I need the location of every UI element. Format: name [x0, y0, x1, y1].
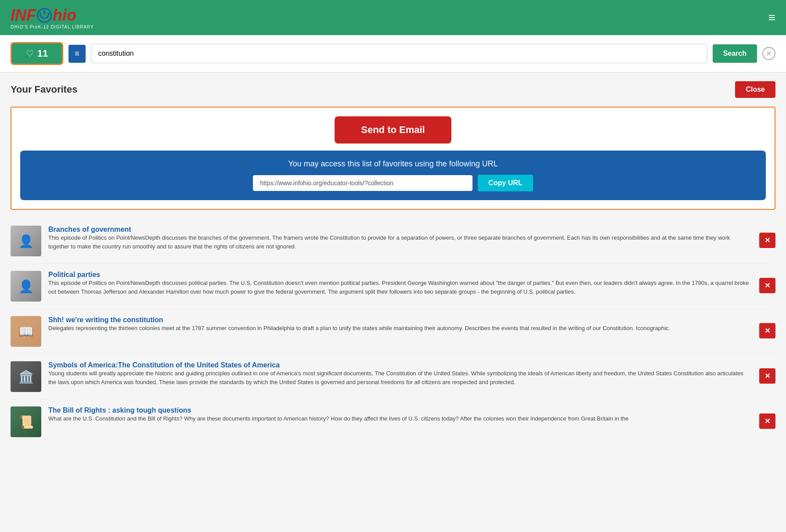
logo-inf: INF	[11, 6, 36, 25]
send-email-button[interactable]: Send to Email	[335, 116, 451, 144]
item-description: What are the U.S. Constitution and the B…	[48, 414, 752, 423]
item-thumbnail: 👤	[11, 271, 41, 302]
logo-power-icon	[37, 8, 52, 23]
url-display[interactable]	[253, 175, 472, 191]
item-title[interactable]: The Bill of Rights : asking tough questi…	[48, 406, 191, 414]
heart-icon: ♡	[26, 48, 34, 59]
list-item: 👤Political partiesThis episode of Politi…	[11, 264, 775, 309]
favorites-header: Your Favorites Close	[11, 81, 775, 98]
favorites-title: Your Favorites	[11, 84, 77, 95]
close-button[interactable]: Close	[735, 81, 775, 98]
menu-button[interactable]: ≡	[69, 45, 86, 63]
item-description: Young students will greatly appreciate t…	[48, 369, 752, 386]
item-content: Political partiesThis episode of Politic…	[48, 271, 752, 296]
logo-subtitle: OHIO'S PreK-12 DIGITAL LIBRARY	[11, 25, 94, 29]
remove-item-button[interactable]: ✕	[759, 413, 775, 429]
url-row: Copy URL	[31, 175, 755, 191]
search-button[interactable]: Search	[713, 44, 757, 63]
item-thumbnail: 📜	[11, 406, 41, 437]
url-panel-text: You may access this list of favorites us…	[288, 159, 498, 169]
favorites-button[interactable]: ♡ 11	[11, 42, 63, 65]
item-title[interactable]: Symbols of America:The Constitution of t…	[48, 361, 280, 369]
remove-item-button[interactable]: ✕	[759, 233, 775, 248]
item-description: This episode of Politics on Point/NewsDe…	[48, 234, 752, 251]
logo: INF hio OHIO'S PreK-12 DIGITAL LIBRARY	[11, 6, 94, 29]
logo-ohio: hio	[53, 6, 76, 25]
remove-item-button[interactable]: ✕	[759, 278, 775, 293]
item-thumbnail: 🏛️	[11, 361, 41, 392]
header: INF hio OHIO'S PreK-12 DIGITAL LIBRARY ≡	[0, 0, 786, 35]
search-input[interactable]	[91, 44, 707, 63]
item-content: Symbols of America:The Constitution of t…	[48, 361, 752, 386]
list-item: 🏛️Symbols of America:The Constitution of…	[11, 354, 775, 399]
item-content: The Bill of Rights : asking tough questi…	[48, 406, 752, 423]
list-item: 📜The Bill of Rights : asking tough quest…	[11, 399, 775, 445]
share-panel: Send to Email You may access this list o…	[11, 107, 775, 210]
list-item: 📖Shh! we're writing the constitutionDele…	[11, 309, 775, 354]
main-content: Your Favorites Close Send to Email You m…	[0, 72, 786, 453]
item-thumbnail: 📖	[11, 316, 41, 347]
remove-item-button[interactable]: ✕	[759, 323, 775, 338]
items-list: 👤Branches of governmentThis episode of P…	[11, 219, 775, 445]
item-description: This episode of Politics on Point/NewsDe…	[48, 279, 752, 296]
item-content: Branches of governmentThis episode of Po…	[48, 226, 752, 251]
copy-url-button[interactable]: Copy URL	[478, 175, 533, 191]
remove-item-button[interactable]: ✕	[759, 368, 775, 384]
list-item: 👤Branches of governmentThis episode of P…	[11, 219, 775, 264]
item-thumbnail: 👤	[11, 226, 41, 256]
search-area: ♡ 11 ≡ Search ×	[0, 35, 786, 72]
item-content: Shh! we're writing the constitutionDeleg…	[48, 316, 752, 333]
item-title[interactable]: Political parties	[48, 271, 100, 278]
item-title[interactable]: Shh! we're writing the constitution	[48, 316, 163, 324]
clear-search-button[interactable]: ×	[762, 47, 775, 60]
item-title[interactable]: Branches of government	[48, 226, 131, 233]
item-description: Delegates representing the thirteen colo…	[48, 324, 752, 333]
url-panel: You may access this list of favorites us…	[20, 151, 766, 200]
hamburger-menu-button[interactable]: ≡	[768, 11, 775, 25]
favorites-count: 11	[37, 48, 48, 59]
